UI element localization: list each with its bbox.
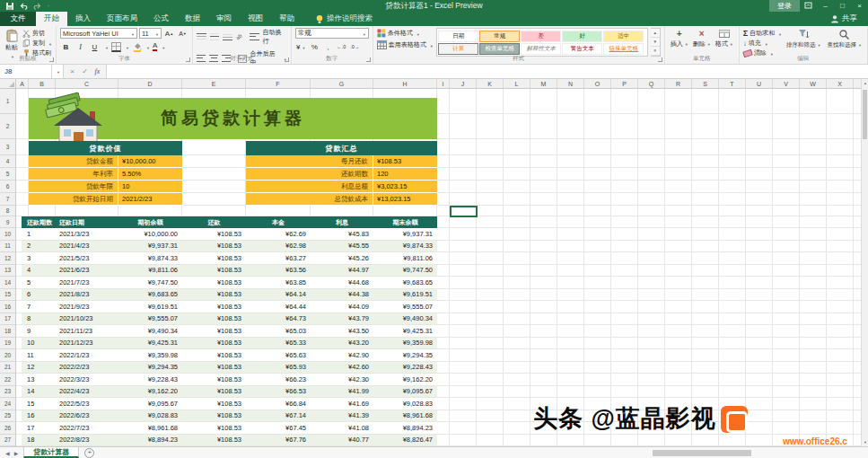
- vertical-scroll-thumb[interactable]: [863, 90, 867, 139]
- column-header-h[interactable]: H: [373, 79, 437, 88]
- currency-format-icon[interactable]: ¥: [295, 41, 307, 52]
- cut-button[interactable]: 剪切: [22, 29, 52, 38]
- share-button[interactable]: 共享: [830, 12, 857, 26]
- add-sheet-icon[interactable]: +: [84, 448, 94, 458]
- column-header-i[interactable]: I: [437, 79, 450, 88]
- column-header-x[interactable]: X: [827, 79, 854, 88]
- clipboard-dialog-launcher-icon[interactable]: [49, 57, 54, 62]
- row-header-18[interactable]: 18: [0, 325, 15, 338]
- conditional-formatting-button[interactable]: 条件格式: [377, 29, 434, 38]
- table-row[interactable]: 172022/7/23¥8,961.68¥108.53¥67.45¥41.08¥…: [22, 422, 437, 435]
- column-header-f[interactable]: F: [246, 79, 311, 88]
- borders-icon[interactable]: [111, 42, 121, 52]
- row-header-1[interactable]: 1: [0, 89, 15, 114]
- row-header-12[interactable]: 12: [0, 252, 15, 265]
- styles-dialog-launcher-icon[interactable]: [658, 57, 662, 62]
- formula-input[interactable]: [107, 65, 868, 78]
- previous-sheet-icon[interactable]: ◀: [5, 450, 10, 456]
- table-row[interactable]: 102021/12/23¥9,425.31¥108.53¥65.33¥43.20…: [22, 338, 437, 350]
- cell-style-warn[interactable]: 警告文本: [562, 43, 602, 55]
- next-sheet-icon[interactable]: ▶: [14, 450, 19, 456]
- table-row[interactable]: 42021/6/23¥9,811.06¥108.53¥63.56¥44.97¥9…: [22, 265, 437, 277]
- format-as-table-button[interactable]: 套用表格格式: [377, 40, 434, 49]
- percent-format-icon[interactable]: %: [309, 41, 320, 52]
- row-header-10[interactable]: 10: [0, 228, 15, 241]
- font-size-select[interactable]: 11: [139, 28, 162, 39]
- cell-style-selected[interactable]: 常规: [479, 31, 520, 42]
- table-row[interactable]: 182022/8/23¥8,894.23¥108.53¥67.76¥40.77¥…: [22, 435, 437, 447]
- cell-style-normal[interactable]: 日期: [438, 31, 478, 42]
- loan-summary-value[interactable]: 120: [373, 168, 437, 180]
- number-format-select[interactable]: 常规: [295, 28, 369, 39]
- table-row[interactable]: 132022/3/23¥9,228.43¥108.53¥66.23¥42.30¥…: [22, 374, 437, 386]
- fill-color-icon[interactable]: [132, 41, 142, 52]
- gallery-up-icon[interactable]: ▲: [651, 29, 660, 38]
- font-name-select[interactable]: Microsoft YaHei UI: [60, 28, 137, 39]
- copy-button[interactable]: 复制: [22, 39, 52, 48]
- table-row[interactable]: 62021/8/23¥9,683.65¥108.53¥64.14¥44.38¥9…: [22, 289, 437, 302]
- bold-button[interactable]: B: [60, 41, 72, 52]
- column-header-e[interactable]: E: [182, 79, 246, 88]
- format-cells-button[interactable]: 格式: [714, 28, 735, 49]
- column-header-m[interactable]: M: [530, 79, 557, 88]
- close-button[interactable]: ×: [851, 0, 868, 12]
- redo-icon[interactable]: [31, 1, 42, 11]
- horizontal-scroll-thumb[interactable]: [653, 450, 751, 456]
- loan-value-value[interactable]: ¥10,000.00: [118, 155, 182, 167]
- scroll-up-icon[interactable]: ▲: [862, 79, 868, 87]
- align-top-icon[interactable]: [197, 33, 206, 41]
- row-header-24[interactable]: 24: [0, 398, 15, 410]
- table-row[interactable]: 112022/1/23¥9,359.98¥108.53¥65.63¥42.90¥…: [22, 349, 437, 362]
- ribbon-tab-5[interactable]: 审阅: [208, 12, 240, 26]
- table-row[interactable]: 12021/3/23¥10,000.00¥108.53¥62.69¥45.83¥…: [22, 228, 437, 241]
- wrap-text-button[interactable]: 自动换行: [263, 28, 287, 46]
- column-header-q[interactable]: Q: [638, 79, 665, 88]
- select-all-corner[interactable]: [0, 79, 16, 89]
- cancel-icon[interactable]: ×: [66, 66, 78, 77]
- loan-summary-value[interactable]: ¥3,023.15: [373, 181, 437, 192]
- name-box[interactable]: J8: [0, 65, 52, 78]
- ribbon-tab-2[interactable]: 页面布局: [99, 12, 145, 26]
- row-header-6[interactable]: 6: [0, 181, 15, 193]
- column-header-a[interactable]: A: [16, 79, 29, 88]
- column-header-v[interactable]: V: [773, 79, 800, 88]
- gallery-down-icon[interactable]: ▼: [651, 38, 660, 47]
- scroll-down-icon[interactable]: ▼: [862, 438, 868, 446]
- cell-style-check[interactable]: 检查单元格: [479, 43, 520, 55]
- decrease-decimal-icon[interactable]: .0→: [349, 41, 361, 52]
- maximize-button[interactable]: □: [834, 0, 851, 12]
- row-header-8[interactable]: 8: [0, 206, 15, 216]
- sign-in-button[interactable]: 登录: [769, 0, 800, 12]
- underline-caret-icon[interactable]: [103, 43, 109, 51]
- row-header-4[interactable]: 4: [0, 155, 15, 168]
- row-header-20[interactable]: 20: [0, 349, 15, 362]
- customize-qat-icon[interactable]: [45, 1, 56, 11]
- row-header-7[interactable]: 7: [0, 193, 15, 206]
- enter-icon[interactable]: ✓: [79, 66, 91, 77]
- table-row[interactable]: 122022/2/23¥9,294.35¥108.53¥65.93¥42.60¥…: [22, 362, 437, 374]
- row-header-9[interactable]: 9: [0, 216, 15, 228]
- column-header-p[interactable]: P: [611, 79, 638, 88]
- row-header-15[interactable]: 15: [0, 289, 15, 302]
- fill-color-caret-icon[interactable]: [145, 43, 150, 51]
- row-header-2[interactable]: 2: [0, 114, 15, 139]
- loan-summary-value[interactable]: ¥108.53: [373, 155, 437, 167]
- italic-button[interactable]: I: [75, 41, 86, 52]
- row-header-19[interactable]: 19: [0, 338, 15, 350]
- comma-format-icon[interactable]: ,: [322, 41, 334, 52]
- ribbon-tab-7[interactable]: 帮助: [271, 12, 302, 26]
- ribbon-tab-3[interactable]: 公式: [145, 12, 177, 26]
- worksheet[interactable]: 简易贷款计算器: [16, 89, 861, 446]
- autosum-button[interactable]: Σ 自动求和: [743, 29, 782, 38]
- active-cell[interactable]: [450, 206, 478, 217]
- file-tab[interactable]: 文件: [0, 12, 36, 26]
- column-header-k[interactable]: K: [477, 79, 504, 88]
- fill-button[interactable]: ↓ 填充: [743, 39, 782, 48]
- borders-caret-icon[interactable]: [124, 43, 129, 51]
- table-row[interactable]: 82021/10/23¥9,555.07¥108.53¥64.73¥43.79¥…: [22, 313, 437, 326]
- tell-me-box[interactable]: 操作说明搜索: [315, 12, 373, 26]
- column-header-t[interactable]: T: [719, 79, 746, 88]
- column-header-d[interactable]: D: [118, 79, 182, 88]
- name-box-caret-icon[interactable]: [52, 65, 64, 78]
- font-color-caret-icon[interactable]: [160, 43, 165, 51]
